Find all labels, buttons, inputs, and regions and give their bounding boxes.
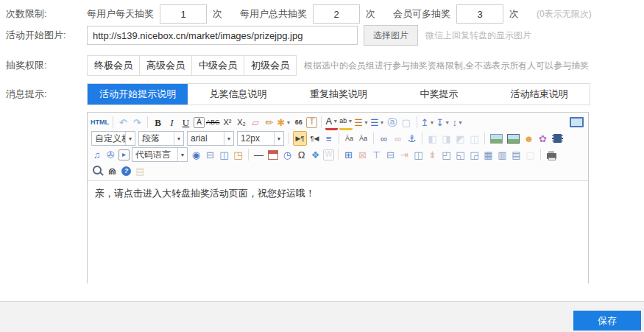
delete-row-icon[interactable]: ⇥ xyxy=(398,148,411,161)
image-left-icon[interactable]: ◧ xyxy=(426,132,439,145)
uppercase-icon[interactable]: Âa xyxy=(343,132,355,145)
music-icon[interactable]: ♫ xyxy=(91,148,103,161)
strikethrough-icon[interactable]: ABC xyxy=(206,116,220,129)
dir-ltr-icon[interactable]: ▶¶ xyxy=(293,131,307,146)
count-limit-hint: (0表示无限次) xyxy=(537,8,592,21)
html-source-icon[interactable]: HTML xyxy=(91,116,109,129)
font-border-icon[interactable]: A xyxy=(194,117,205,128)
image-inline-icon[interactable]: ◨ xyxy=(440,132,453,145)
lowercase-icon[interactable]: Âa xyxy=(357,132,369,145)
hr-icon[interactable]: — xyxy=(252,148,265,161)
bold-icon[interactable]: B xyxy=(152,116,164,129)
font-size-dropdown[interactable]: 12px▼ xyxy=(237,131,284,146)
message-tab[interactable]: 活动结束说明 xyxy=(489,84,590,105)
toolbar-separator xyxy=(113,116,113,128)
paste-icon[interactable]: ▤ xyxy=(134,164,146,177)
font-color-icon[interactable]: A▼ xyxy=(325,115,338,130)
prize-activity-settings-page: 次数限制: 每用户每天抽奖次每用户总共抽奖次会员可多抽奖次 (0表示无限次) 活… xyxy=(0,0,644,332)
image-right-icon[interactable]: ◩ xyxy=(454,132,467,145)
superscript-icon[interactable]: X² xyxy=(222,116,234,129)
count-input[interactable] xyxy=(160,4,207,24)
member-group-button[interactable]: 中级会员 xyxy=(191,55,244,76)
find-replace-icon[interactable]: ⋒ xyxy=(106,164,118,177)
auto-typeset-icon[interactable]: ✱▼ xyxy=(277,116,291,129)
print-icon xyxy=(547,153,556,159)
table-title-icon[interactable]: ⊤ xyxy=(370,148,383,161)
count-input[interactable] xyxy=(456,4,503,24)
code-language-dropdown[interactable]: 代码语言▼ xyxy=(132,147,188,162)
unlink-icon[interactable]: ∞ xyxy=(392,132,404,145)
print-icon[interactable] xyxy=(545,148,559,161)
insert-col-icon[interactable]: ◫ xyxy=(412,148,425,161)
paste-text-icon[interactable]: T xyxy=(306,117,317,128)
editor-content[interactable]: 亲，请点击进入大转盘抽奖活动页面，祝您好运哦！ xyxy=(88,181,588,293)
subscript-icon[interactable]: X₂ xyxy=(236,116,248,129)
style-dropdown[interactable]: 自定义标题▼ xyxy=(91,131,135,146)
member-group-button[interactable]: 高级会员 xyxy=(139,55,192,76)
insert-row-icon[interactable]: ◰ xyxy=(440,148,453,161)
cell-align-icon[interactable]: ◱ xyxy=(454,148,467,161)
message-tab[interactable]: 活动开始提示说明 xyxy=(88,84,188,105)
link-icon[interactable]: ∞ xyxy=(378,132,390,145)
table-col-icon[interactable]: ▤ xyxy=(510,148,523,161)
map-icon[interactable]: ◳ xyxy=(232,148,244,161)
app-icon[interactable]: ❖ xyxy=(309,148,322,161)
format-brush-icon[interactable]: ✏ xyxy=(263,116,276,129)
italic-icon[interactable]: I xyxy=(166,116,178,129)
pick-image-button[interactable]: 选择图片 xyxy=(364,25,418,46)
image-center-icon[interactable]: ◫ xyxy=(468,132,481,145)
insert-table-icon[interactable]: ⊞ xyxy=(342,148,355,161)
split-cell-icon[interactable]: ◲ xyxy=(468,148,481,161)
highlight-color-icon[interactable]: ab▼ xyxy=(339,115,353,130)
flash-icon[interactable]: ◉ xyxy=(190,148,202,161)
message-tab[interactable]: 重复抽奖说明 xyxy=(289,84,389,105)
special-char-icon[interactable]: Ω xyxy=(295,148,308,161)
upload-image-icon[interactable] xyxy=(506,132,521,145)
count-input[interactable] xyxy=(313,4,360,24)
table-row-icon[interactable]: ▥ xyxy=(496,148,509,161)
unordered-list-icon[interactable]: ☰▼ xyxy=(370,116,385,129)
message-tab[interactable]: 兑奖信息说明 xyxy=(188,84,288,105)
calendar-icon[interactable] xyxy=(266,148,280,161)
new-doc-icon[interactable]: ▢ xyxy=(400,116,413,129)
line-height-icon[interactable]: ↕▼ xyxy=(451,116,464,129)
insert-image-icon[interactable] xyxy=(489,132,504,145)
paragraph-dropdown[interactable]: 段落▼ xyxy=(138,131,184,146)
row-spacing-bottom-icon[interactable]: ↧▼ xyxy=(436,116,450,129)
doc-icon[interactable]: ▢ xyxy=(524,148,537,161)
blockquote-icon[interactable]: 66 xyxy=(292,116,305,129)
time-icon[interactable]: ◷ xyxy=(281,148,294,161)
underline-icon[interactable]: U xyxy=(180,116,192,129)
emoji-icon[interactable]: ☻ xyxy=(523,132,535,145)
dir-rtl-icon[interactable]: ¶◀ xyxy=(308,132,321,145)
delete-col-icon[interactable]: ⇟ xyxy=(426,148,439,161)
circle-a-icon[interactable]: ⓐ xyxy=(386,116,399,129)
member-group-button[interactable]: 终极会员 xyxy=(87,55,140,76)
member-group-button[interactable]: 初级会员 xyxy=(244,55,297,76)
pagebreak-icon[interactable]: ⊟ xyxy=(204,148,216,161)
preview-icon[interactable] xyxy=(91,164,105,177)
help-icon[interactable] xyxy=(120,164,132,177)
delete-table-icon[interactable]: ⊠ xyxy=(356,148,369,161)
insert-video-icon[interactable]: ▸ xyxy=(118,149,130,160)
scrawl-icon[interactable]: ✿ xyxy=(537,132,549,145)
paragraph-format-icon[interactable]: ≡ xyxy=(322,132,335,145)
row-spacing-top-icon[interactable]: ↥▼ xyxy=(421,116,435,129)
font-family-dropdown[interactable]: arial▼ xyxy=(187,131,234,146)
remove-format-icon[interactable]: ▱ xyxy=(250,116,262,129)
anchor-icon[interactable]: ⚓ xyxy=(406,132,418,145)
image-url-input[interactable] xyxy=(87,26,358,45)
ordered-list-icon[interactable]: ☰▼ xyxy=(354,116,369,129)
redo-icon[interactable]: ↷ xyxy=(131,116,144,129)
fullscreen-icon[interactable] xyxy=(568,116,585,129)
word-image-icon[interactable]: W xyxy=(323,149,334,160)
table-grid-icon[interactable]: ▦ xyxy=(482,148,495,161)
columns-icon[interactable]: ◫ xyxy=(218,148,230,161)
undo-icon[interactable]: ↶ xyxy=(117,116,130,129)
message-label: 消息提示: xyxy=(6,88,87,101)
merge-cells-icon[interactable]: ⊟ xyxy=(384,148,397,161)
video-icon[interactable] xyxy=(551,132,565,145)
save-button[interactable]: 保存 xyxy=(573,311,641,331)
message-tab[interactable]: 中奖提示 xyxy=(389,84,489,105)
attachment-icon[interactable]: ✇ xyxy=(105,148,117,161)
